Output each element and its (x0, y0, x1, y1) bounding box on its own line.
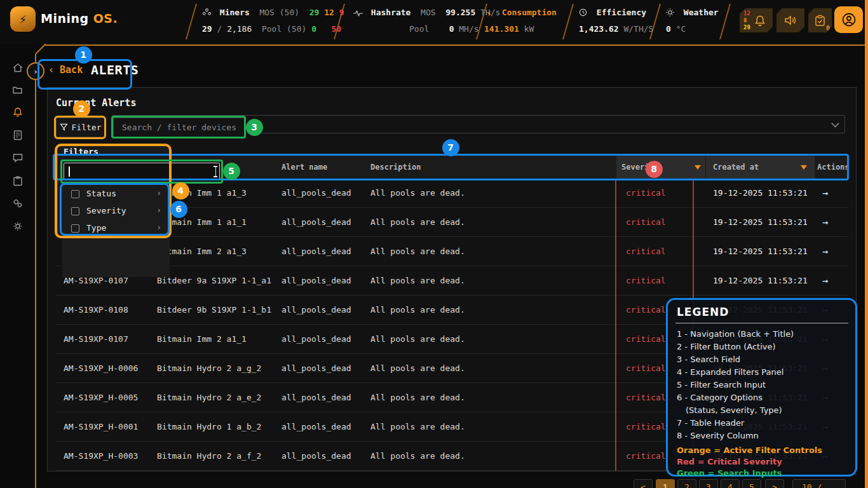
page-next-button[interactable]: > (765, 479, 784, 488)
cell-description: All pools are dead. (370, 325, 465, 354)
sidebar-item-document[interactable] (12, 130, 25, 142)
cell-severity: critical (626, 266, 666, 295)
chevron-right-icon: › (156, 205, 161, 215)
cell-description: All pools are dead. (370, 179, 465, 208)
sidebar (0, 44, 35, 488)
sidebar-item-settings[interactable] (12, 220, 25, 233)
col-severity[interactable]: Severity (621, 156, 658, 179)
cell-created: 19-12-2025 11:53:21 (713, 208, 808, 237)
cell-description: All pools are dead. (370, 208, 465, 237)
page-size-select[interactable]: 10 / (792, 479, 846, 488)
legend-item: 6 - Category Options (677, 391, 851, 404)
app-logo-icon: ⚡ (10, 6, 36, 32)
funnel-icon (60, 123, 68, 132)
page-button-4[interactable]: 4 (721, 479, 740, 488)
cell-device: AM-S19XP-0107 (64, 325, 128, 354)
row-action-arrow[interactable]: → (822, 237, 828, 266)
sidebar-collapse-toggle[interactable]: › (27, 62, 44, 80)
row-action-arrow[interactable]: → (822, 266, 828, 295)
row-action-arrow[interactable]: → (822, 179, 828, 208)
severity-sort-icon[interactable] (695, 165, 701, 170)
filter-option-label: Status (86, 189, 116, 198)
cell-alert: all_pools_dead (281, 266, 351, 295)
table-row: Bitmain Imm 2 a1_3all_pools_deadAll pool… (56, 237, 848, 266)
legend-item: 5 - Filter Search Input (677, 379, 851, 391)
cell-description: All pools are dead. (370, 442, 465, 471)
filter-option-type[interactable]: Type› (62, 220, 168, 237)
cell-name: Bitmain Hydro 2 a_f_2 (157, 442, 261, 471)
cell-name: Bitmain Imm 2 a1_3 (157, 237, 247, 266)
page-button-1[interactable]: 1 (656, 479, 675, 488)
tasks-badge: 0 (826, 25, 830, 32)
filter-button[interactable]: Filter (56, 118, 105, 137)
ibeam-cursor (212, 166, 219, 177)
filter-option-label: Type (86, 223, 106, 233)
filter-option-status[interactable]: Status› (62, 186, 168, 203)
folder-icon (12, 85, 24, 96)
legend-color-note: Green = Search Inputs (677, 468, 851, 479)
consumption-icon: ⚡ (484, 9, 494, 18)
cell-created: 19-12-2025 11:53:21 (713, 237, 808, 266)
page-button-3[interactable]: 3 (699, 479, 718, 488)
cell-device: AM-S19XP-0108 (64, 295, 128, 325)
col-created-at[interactable]: Created at (713, 156, 759, 179)
checkbox[interactable] (71, 190, 79, 198)
cell-name: Bitmain Imm 1 a1_3 (157, 179, 247, 208)
checkbox[interactable] (71, 224, 79, 233)
table-row: Bitmain Imm 1 a1_3all_pools_deadAll pool… (56, 179, 848, 208)
notifications-button[interactable]: 12 8 29 (740, 8, 773, 32)
cell-alert: all_pools_dead (281, 179, 351, 208)
filter-search-input[interactable] (64, 163, 220, 180)
legend-item: 7 - Table Header (677, 417, 851, 430)
filter-option-severity[interactable]: Severity› (62, 203, 168, 220)
cell-alert: all_pools_dead (281, 354, 351, 383)
cell-device: AM-S19XP_H-0001 (64, 412, 138, 442)
content-frame-corner (36, 44, 46, 55)
legend-panel: LEGEND 1 - Navigation (Back + Title)2 - … (666, 298, 857, 477)
legend-item: 4 - Expanded Filters Panel (677, 366, 851, 379)
cell-severity: critical (626, 325, 666, 354)
legend-color-note: Red = Critical Severity (677, 456, 851, 468)
content-frame-left (35, 54, 36, 488)
cell-description: All pools are dead. (370, 354, 465, 383)
consumption-stat: ⚡ Consumption 141.301 kW (484, 0, 567, 44)
profile-button[interactable] (834, 6, 863, 33)
chevron-right-icon: › (156, 222, 161, 232)
app-header: ⚡ Mining OS. Miners MOS (50) 29 12 9 29 … (0, 0, 868, 44)
page-button-2[interactable]: 2 (677, 479, 696, 488)
cell-severity: critical (626, 237, 666, 266)
sidebar-item-clipboard[interactable] (12, 175, 25, 188)
efficiency-icon (579, 8, 589, 17)
cell-severity: critical (626, 442, 666, 471)
tasks-button[interactable]: 0 (808, 8, 832, 32)
col-description: Description (370, 156, 421, 179)
cell-device: AM-S19XP_H-0005 (64, 383, 138, 412)
search-input[interactable]: Search / filter devices (113, 118, 245, 137)
sidebar-item-chat[interactable] (12, 152, 25, 165)
sidebar-item-integrations[interactable] (12, 198, 25, 210)
cell-alert: all_pools_dead (281, 325, 351, 354)
legend-item: (Status, Severity, Type) (677, 404, 851, 417)
weather-stat: Weather 0 °C (666, 0, 729, 44)
chat-icon (12, 152, 24, 164)
hashrate-stat: Hashrate MOS 99.255 TH/s Pool 0 MH/s (353, 0, 480, 44)
cell-name: Bitmain Imm 1 a1_1 (157, 208, 247, 237)
sidebar-item-home[interactable] (12, 62, 25, 75)
panel-title: Current Alerts (56, 97, 136, 109)
cell-severity: critical (626, 412, 666, 442)
back-button[interactable]: ‹ Back (48, 64, 83, 76)
page-button-5[interactable]: 5 (742, 479, 761, 488)
sound-button[interactable] (776, 8, 804, 32)
cell-severity: critical (626, 295, 666, 325)
sidebar-item-alerts-bell[interactable] (12, 107, 25, 119)
row-action-arrow[interactable]: → (822, 208, 828, 237)
legend-title: LEGEND (677, 306, 729, 318)
sidebar-item-folder[interactable] (12, 85, 25, 97)
filter-option-label: Severity (86, 206, 126, 215)
content-frame-top (44, 44, 865, 46)
created-sort-icon[interactable] (801, 165, 807, 170)
header-divider (186, 4, 197, 39)
annotation-badge-1: 1 (75, 46, 92, 64)
page-prev-button[interactable]: < (634, 479, 653, 488)
checkbox[interactable] (71, 207, 79, 215)
